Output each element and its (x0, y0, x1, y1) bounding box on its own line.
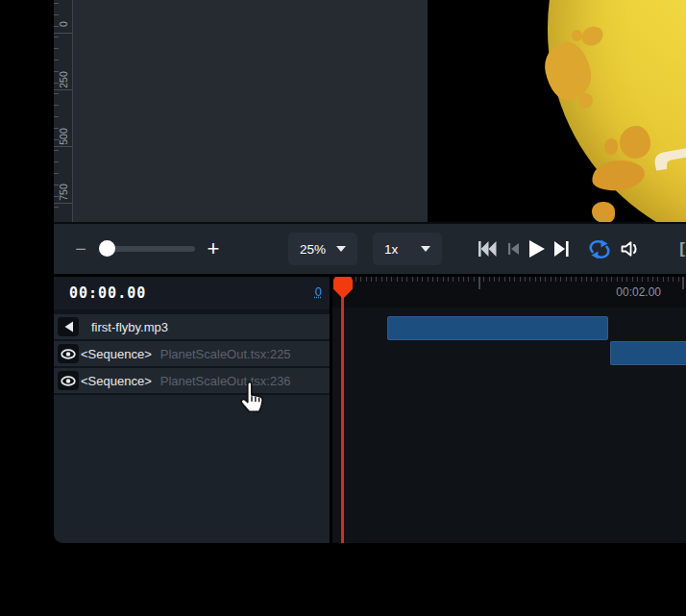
timeline-major-tick (682, 277, 684, 289)
playback-toolbar: − + 25% 1x (54, 222, 686, 274)
timeline-canvas[interactable]: 00:02.00 (332, 277, 686, 543)
track-row-sequence-225[interactable]: <Sequence> PlanetScaleOut.tsx:225 (54, 341, 330, 366)
track-name: <Sequence> (81, 374, 152, 388)
zoom-slider-knob[interactable] (99, 240, 115, 257)
mute-toggle[interactable] (58, 317, 79, 336)
in-marker-button[interactable]: [ (673, 237, 686, 260)
remotion-studio-window: 0 250 500 750 − + 25% (0, 0, 686, 616)
playhead-line (341, 281, 344, 543)
ruler-label-250: 250 (58, 67, 69, 92)
video-viewport (428, 0, 686, 222)
timeline-clip-sequence-225[interactable] (610, 341, 686, 365)
zoom-slider[interactable] (101, 246, 195, 252)
timeline-time-label: 00:02.00 (616, 285, 661, 299)
timeline-track-panel: 00:00.00 0 first-flyby.mp3 (54, 277, 330, 543)
previous-frame-button[interactable] (507, 242, 520, 256)
chevron-down-icon (336, 246, 346, 252)
previous-frame-icon (507, 242, 520, 256)
eye-icon (61, 349, 76, 359)
track-name: <Sequence> (81, 347, 152, 361)
skip-to-start-icon (478, 240, 497, 258)
zoom-level-value: 25% (300, 242, 326, 257)
chevron-down-icon (421, 246, 430, 252)
crater (620, 126, 650, 159)
next-frame-icon (554, 240, 570, 258)
canvas-background (73, 0, 428, 222)
crater (592, 202, 615, 222)
ruler-label-0: 0 (58, 12, 69, 37)
visibility-toggle[interactable] (58, 344, 79, 363)
frame-indicator-link[interactable]: 0 (315, 284, 322, 299)
current-timecode: 00:00.00 (69, 284, 146, 302)
ruler-label-500: 500 (58, 124, 69, 149)
eye-icon (61, 376, 76, 386)
track-row-audio[interactable]: first-flyby.mp3 (54, 314, 330, 339)
track-source: PlanetScaleOut.tsx:236 (160, 374, 291, 388)
preview-area: 0 250 500 750 (54, 0, 686, 222)
vertical-ruler: 0 250 500 750 (54, 0, 73, 222)
zoom-level-dropdown[interactable]: 25% (288, 233, 357, 265)
play-icon (528, 240, 545, 258)
track-row-sequence-236[interactable]: <Sequence> PlanetScaleOut.tsx:236 (54, 368, 330, 393)
track-name: first-flyby.mp3 (91, 320, 168, 334)
volume-button[interactable] (620, 239, 642, 259)
play-button[interactable] (528, 240, 545, 258)
playback-rate-value: 1x (384, 242, 398, 257)
planet-highlight-shape (652, 140, 686, 173)
zoom-out-button[interactable]: − (67, 237, 94, 260)
next-frame-button[interactable] (554, 240, 570, 258)
playback-rate-dropdown[interactable]: 1x (373, 233, 442, 265)
timeline-major-tick (478, 277, 480, 289)
visibility-toggle[interactable] (58, 371, 79, 390)
loop-icon (588, 239, 611, 259)
track-source: PlanetScaleOut.tsx:225 (160, 347, 291, 361)
speaker-icon (63, 321, 74, 333)
skip-to-start-button[interactable] (478, 240, 497, 258)
volume-icon (620, 239, 642, 259)
timeline-clip-audio[interactable] (387, 316, 608, 340)
ruler-label-750: 750 (58, 180, 69, 205)
loop-toggle-button[interactable] (588, 238, 611, 259)
timeline-area: 00:00.00 0 first-flyby.mp3 (54, 277, 686, 543)
timeline-minor-ticks (340, 277, 684, 282)
zoom-in-button[interactable]: + (200, 235, 227, 262)
timeline-header: 00:00.00 0 (54, 277, 330, 309)
